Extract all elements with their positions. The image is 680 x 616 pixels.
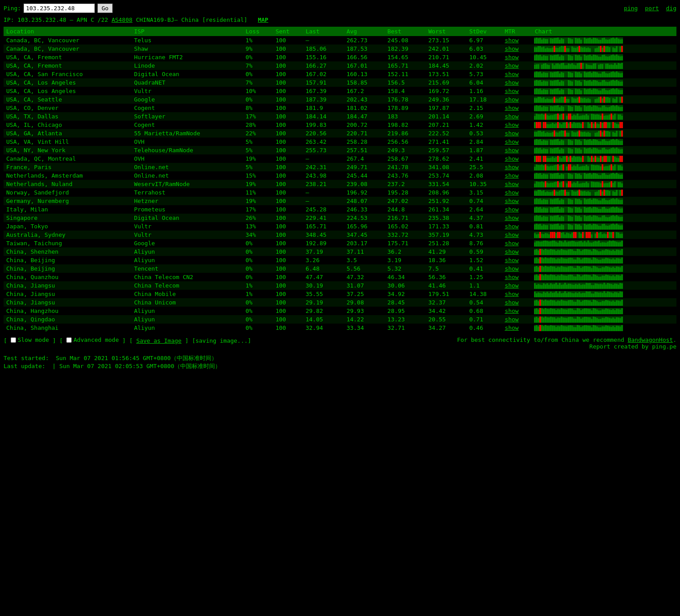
port-nav-link[interactable]: port	[645, 5, 659, 12]
cell-mtr[interactable]: show	[502, 231, 532, 239]
cell-mtr[interactable]: show	[502, 239, 532, 247]
svg-rect-109	[575, 55, 577, 61]
svg-rect-448	[614, 113, 616, 120]
svg-rect-469	[566, 122, 568, 128]
svg-rect-254	[595, 80, 596, 86]
cell-mtr[interactable]: show	[502, 129, 532, 138]
cell-mtr[interactable]: show	[502, 70, 532, 78]
cell-mtr[interactable]: show	[502, 171, 532, 180]
svg-rect-1124	[596, 241, 598, 246]
svg-rect-1541	[538, 318, 539, 323]
svg-rect-458	[546, 124, 548, 128]
svg-rect-739	[559, 175, 561, 179]
svg-rect-310	[614, 89, 616, 94]
svg-rect-274	[541, 90, 543, 94]
svg-rect-351	[603, 97, 605, 103]
svg-rect-1001	[539, 224, 541, 230]
svg-rect-436	[593, 114, 595, 120]
cell-mtr[interactable]: show	[502, 121, 532, 129]
svg-rect-313	[619, 90, 621, 94]
svg-rect-759	[602, 173, 603, 179]
go-button[interactable]: Go	[97, 4, 113, 13]
slow-mode-checkbox[interactable]	[11, 337, 16, 343]
cell-mtr[interactable]: show	[502, 324, 532, 332]
svg-rect-131	[616, 54, 618, 61]
svg-rect-1635	[616, 325, 618, 331]
cell-mtr[interactable]: show	[502, 307, 532, 315]
cell-best: 30.06	[385, 281, 426, 290]
cell-mtr[interactable]: show	[502, 146, 532, 154]
cell-mtr[interactable]: show	[502, 61, 532, 70]
svg-rect-829	[554, 190, 555, 196]
cell-mtr[interactable]: show	[502, 36, 532, 45]
cell-mtr[interactable]: show	[502, 163, 532, 171]
footer-left: [ Slow mode ] [ Advanced mode ] [ Save a…	[4, 336, 251, 344]
svg-rect-1222	[593, 257, 595, 263]
svg-rect-335	[571, 97, 573, 103]
cell-mtr[interactable]: show	[502, 95, 532, 104]
svg-rect-140	[545, 63, 546, 69]
cell-mtr[interactable]: show	[502, 256, 532, 264]
cell-mtr[interactable]: show	[502, 315, 532, 324]
cell-mtr[interactable]: show	[502, 222, 532, 231]
svg-rect-355	[612, 98, 614, 102]
bandwagon-link[interactable]: BandwagonHost	[627, 336, 673, 343]
ping-nav-link[interactable]: ping	[624, 5, 638, 12]
as-link[interactable]: AS4808	[112, 16, 133, 23]
cell-chart	[532, 197, 676, 205]
svg-rect-1494	[543, 309, 545, 314]
save-as-link[interactable]: Save as Image	[136, 337, 182, 344]
cell-mtr[interactable]: show	[502, 53, 532, 61]
svg-rect-657	[579, 156, 580, 162]
svg-rect-389	[595, 105, 596, 111]
svg-rect-1029	[598, 226, 600, 230]
dig-nav-link[interactable]: dig	[666, 5, 676, 12]
cell-mtr[interactable]: show	[502, 180, 532, 188]
svg-rect-603	[563, 149, 564, 154]
svg-rect-865	[538, 199, 539, 204]
cell-mtr[interactable]: show	[502, 104, 532, 112]
cell-stdev: 6.97	[466, 36, 502, 45]
svg-rect-1045	[538, 234, 539, 238]
cell-mtr[interactable]: show	[502, 214, 532, 222]
svg-rect-1631	[609, 326, 611, 331]
svg-rect-1142	[539, 249, 541, 255]
svg-rect-1509	[570, 308, 571, 314]
cell-mtr[interactable]: show	[502, 188, 532, 197]
svg-rect-730	[541, 174, 543, 178]
cell-mtr[interactable]: show	[502, 298, 532, 307]
cell-mtr[interactable]: show	[502, 290, 532, 298]
cell-mtr[interactable]: show	[502, 112, 532, 121]
svg-rect-284	[561, 89, 563, 94]
svg-rect-923	[563, 208, 564, 213]
cell-mtr[interactable]: show	[502, 197, 532, 205]
cell-mtr[interactable]: show	[502, 247, 532, 256]
svg-rect-1400	[554, 292, 555, 297]
map-link[interactable]: MAP	[258, 16, 268, 23]
svg-rect-1413	[577, 293, 579, 297]
svg-rect-1581	[609, 318, 611, 323]
cell-mtr[interactable]: show	[502, 87, 532, 95]
svg-rect-1188	[621, 249, 623, 255]
ping-input[interactable]	[24, 4, 95, 13]
cell-mtr[interactable]: show	[502, 205, 532, 214]
cell-sent: 100	[273, 61, 303, 70]
cell-mtr[interactable]: show	[502, 273, 532, 281]
cell-mtr[interactable]: show	[502, 45, 532, 53]
svg-rect-66	[573, 47, 575, 52]
svg-rect-1140	[536, 249, 538, 255]
svg-rect-368	[550, 105, 552, 111]
cell-mtr[interactable]: show	[502, 154, 532, 163]
svg-rect-982	[595, 215, 596, 221]
cell-mtr[interactable]: show	[502, 78, 532, 87]
cell-mtr[interactable]: show	[502, 281, 532, 290]
svg-rect-1068	[580, 233, 582, 238]
svg-rect-1102	[557, 243, 559, 247]
cell-mtr[interactable]: show	[502, 264, 532, 273]
svg-rect-447	[612, 115, 614, 119]
cell-best: 216.71	[385, 214, 426, 222]
svg-rect-1262	[575, 268, 577, 272]
advanced-mode-checkbox[interactable]	[66, 337, 72, 343]
svg-rect-264	[612, 80, 614, 86]
cell-mtr[interactable]: show	[502, 138, 532, 146]
